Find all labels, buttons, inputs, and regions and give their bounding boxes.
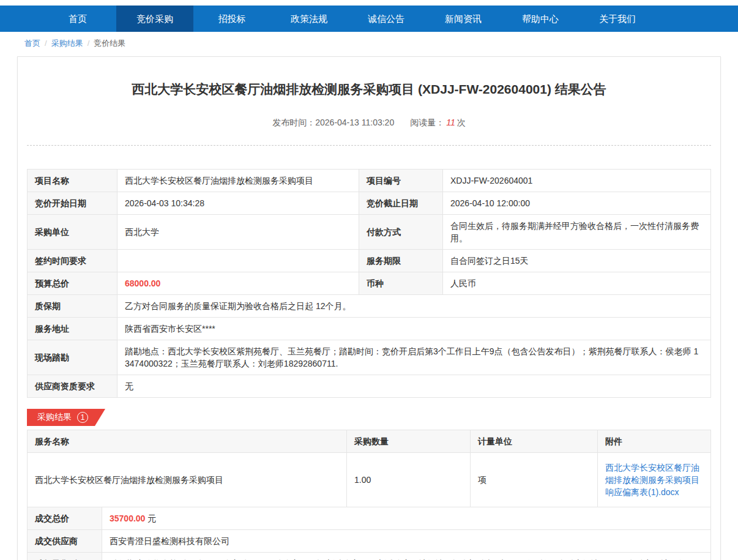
nav-item-bidding-purchase[interactable]: 竞价采购 bbox=[116, 6, 193, 32]
breadcrumb-separator: / bbox=[88, 39, 90, 48]
table-row: 采购单位 西北大学 付款方式 合同生效后，待服务期满并经甲方验收合格后，一次性付… bbox=[28, 215, 711, 250]
article-meta: 发布时间：2026-04-13 11:03:20阅读量：11次 bbox=[27, 118, 711, 129]
currency-value: 人民币 bbox=[443, 272, 711, 295]
views-unit: 次 bbox=[457, 118, 466, 127]
nav-item-integrity-notice[interactable]: 诚信公告 bbox=[348, 6, 425, 32]
table-row: 预算总价 68000.00 币种 人民币 bbox=[28, 272, 711, 295]
nav-item-news[interactable]: 新闻资讯 bbox=[425, 6, 502, 32]
supplier-qualification-label: 供应商资质要求 bbox=[28, 375, 117, 398]
views-label: 阅读量： bbox=[410, 118, 444, 127]
currency-label: 币种 bbox=[359, 272, 443, 295]
site-survey-label: 现场踏勘 bbox=[28, 340, 117, 375]
winning-supplier-label: 成交供应商 bbox=[28, 530, 102, 553]
project-name-value: 西北大学长安校区餐厅油烟排放检测服务采购项目 bbox=[117, 170, 359, 192]
bid-start-value: 2026-04-03 10:34:28 bbox=[117, 192, 359, 215]
warranty-period-value: 乙方对合同服务的质量保证期为验收合格后之日起 12个月。 bbox=[117, 295, 711, 318]
unit-header: 计量单位 bbox=[471, 430, 598, 453]
payment-method-value: 合同生效后，待服务期满并经甲方验收合格后，一次性付清服务费用。 bbox=[443, 215, 711, 250]
nav-item-about-us[interactable]: 关于我们 bbox=[579, 6, 656, 32]
winning-supplier-value: 西安青澄日盛检测科技有限公司 bbox=[102, 530, 711, 553]
table-header-row: 服务名称 采购数量 计量单位 附件 bbox=[28, 430, 711, 453]
service-period-value: 自合同签订之日15天 bbox=[443, 250, 711, 272]
publish-time-label: 发布时间： bbox=[272, 118, 315, 127]
breadcrumb: 首页/采购结果/竞价结果 bbox=[0, 32, 738, 55]
bid-end-value: 2026-04-10 12:00:00 bbox=[443, 192, 711, 215]
attachment-header: 附件 bbox=[598, 430, 711, 453]
top-nav: 首页 竞价采购 招投标 政策法规 诚信公告 新闻资讯 帮助中心 关于我们 bbox=[0, 6, 738, 32]
budget-label: 预算总价 bbox=[28, 272, 117, 295]
table-row: 服务地址 陕西省西安市长安区**** bbox=[28, 318, 711, 340]
service-address-label: 服务地址 bbox=[28, 318, 117, 340]
breadcrumb-purchase-results-link[interactable]: 采购结果 bbox=[51, 39, 83, 48]
purchase-result-badge-label: 采购结果 bbox=[37, 412, 72, 423]
table-row: 项目名称 西北大学长安校区餐厅油烟排放检测服务采购项目 项目编号 XDJJ-FW… bbox=[28, 170, 711, 192]
quantity-value: 1.00 bbox=[347, 453, 471, 507]
dashed-divider bbox=[27, 145, 711, 146]
table-row: 竞价开始日期 2026-04-03 10:34:28 竞价截止日期 2026-0… bbox=[28, 192, 711, 215]
table-row: 签约时间要求 服务期限 自合同签订之日15天 bbox=[28, 250, 711, 272]
purchase-result-badge: 采购结果 1 bbox=[27, 409, 105, 426]
warranty-period-label: 质保期 bbox=[28, 295, 117, 318]
table-row: 现场踏勘 踏勘地点：西北大学长安校区紫荆苑餐厅、玉兰苑餐厅；踏勘时间：竞价开启后… bbox=[28, 340, 711, 375]
quantity-header: 采购数量 bbox=[347, 430, 471, 453]
purchaser-value: 西北大学 bbox=[117, 215, 359, 250]
publish-time-value: 2026-04-13 11:03:20 bbox=[315, 118, 394, 127]
table-row: 成交供应商 西安青澄日盛检测科技有限公司 bbox=[28, 530, 711, 553]
nav-item-home[interactable]: 首页 bbox=[39, 6, 116, 32]
budget-value: 68000.00 bbox=[117, 272, 359, 295]
table-row: 成交总价 35700.00 元 bbox=[28, 507, 711, 530]
project-name-label: 项目名称 bbox=[28, 170, 117, 192]
purchase-result-badge-number: 1 bbox=[77, 412, 88, 423]
announcement-card: 西北大学长安校区餐厅油烟排放检测服务采购项目 (XDJJ-FW-20260400… bbox=[17, 56, 721, 560]
service-address-value: 陕西省西安市长安区**** bbox=[117, 318, 711, 340]
table-row: 西北大学长安校区餐厅油烟排放检测服务采购项目 1.00 项 西北大学长安校区餐厅… bbox=[28, 453, 711, 507]
deal-price-unit: 元 bbox=[147, 513, 156, 523]
deal-price-value: 35700.00 元 bbox=[102, 507, 711, 530]
bid-start-label: 竞价开始日期 bbox=[28, 192, 117, 215]
project-number-label: 项目编号 bbox=[359, 170, 443, 192]
service-name-header: 服务名称 bbox=[28, 430, 347, 453]
deal-price-label: 成交总价 bbox=[28, 507, 102, 530]
breadcrumb-current: 竞价结果 bbox=[94, 39, 125, 48]
table-row: 质保期 乙方对合同服务的质量保证期为验收合格后之日起 12个月。 bbox=[28, 295, 711, 318]
table-row: 质保及售后服务 质保期为验收合格后12个月；响应时效：即时响应（包括电话响应）；… bbox=[28, 553, 711, 560]
signing-time-value bbox=[117, 250, 359, 272]
service-name-value: 西北大学长安校区餐厅油烟排放检测服务采购项目 bbox=[28, 453, 347, 507]
service-period-label: 服务期限 bbox=[359, 250, 443, 272]
views-count: 11 bbox=[446, 118, 455, 127]
table-row: 供应商资质要求 无 bbox=[28, 375, 711, 398]
after-sales-value: 质保期为验收合格后12个月；响应时效：即时响应（包括电话响应）；电话响应无法解决… bbox=[102, 553, 711, 560]
nav-item-help-center[interactable]: 帮助中心 bbox=[502, 6, 579, 32]
purchaser-label: 采购单位 bbox=[28, 215, 117, 250]
project-info-table: 项目名称 西北大学长安校区餐厅油烟排放检测服务采购项目 项目编号 XDJJ-FW… bbox=[27, 169, 711, 398]
nav-item-tender[interactable]: 招投标 bbox=[193, 6, 270, 32]
bid-end-label: 竞价截止日期 bbox=[359, 192, 443, 215]
purchase-result-table: 服务名称 采购数量 计量单位 附件 西北大学长安校区餐厅油烟排放检测服务采购项目… bbox=[27, 430, 711, 507]
unit-value: 项 bbox=[471, 453, 598, 507]
result-summary-table: 成交总价 35700.00 元 成交供应商 西安青澄日盛检测科技有限公司 质保及… bbox=[27, 507, 711, 560]
signing-time-label: 签约时间要求 bbox=[28, 250, 117, 272]
after-sales-label: 质保及售后服务 bbox=[28, 553, 102, 560]
payment-method-label: 付款方式 bbox=[359, 215, 443, 250]
supplier-qualification-value: 无 bbox=[117, 375, 711, 398]
breadcrumb-home-link[interactable]: 首页 bbox=[24, 39, 40, 48]
deal-price-amount: 35700.00 bbox=[110, 513, 145, 523]
nav-item-policy[interactable]: 政策法规 bbox=[270, 6, 348, 32]
page-title: 西北大学长安校区餐厅油烟排放检测服务采购项目 (XDJJ-FW-20260400… bbox=[27, 80, 711, 99]
site-survey-value: 踏勘地点：西北大学长安校区紫荆苑餐厅、玉兰苑餐厅；踏勘时间：竞价开启后第3个工作… bbox=[117, 340, 711, 375]
breadcrumb-separator: / bbox=[45, 39, 47, 48]
attachment-download-link[interactable]: 西北大学长安校区餐厅油烟排放检测服务采购项目响应偏离表(1).docx bbox=[605, 463, 699, 497]
project-number-value: XDJJ-FW-202604001 bbox=[443, 170, 711, 192]
